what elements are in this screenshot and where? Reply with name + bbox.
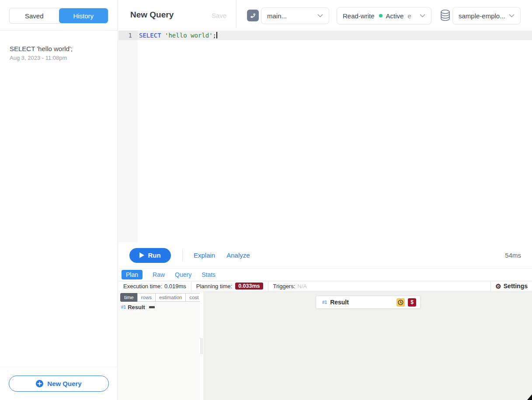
- chevron-down-icon: [420, 14, 425, 17]
- plan-tree-panel: time rows estimation cost #1 Result: [118, 291, 200, 400]
- execution-time-label: Execution time:: [123, 283, 162, 290]
- tab-stats[interactable]: Stats: [202, 270, 216, 279]
- database-select-dropdown[interactable]: sample-emplo...: [452, 7, 521, 24]
- plan-diagram-node-result[interactable]: #1 Result $: [316, 296, 421, 309]
- panel-resize-divider[interactable]: [200, 291, 203, 400]
- history-list-item[interactable]: SELECT 'hello world'; Aug 3, 2023 - 11:0…: [0, 41, 118, 65]
- dollar-icon: $: [408, 298, 416, 307]
- branch-select-dropdown[interactable]: main...: [261, 7, 329, 24]
- tab-query[interactable]: Query: [175, 270, 191, 279]
- run-bar: Run Explain Analyze 54ms: [118, 242, 532, 269]
- new-query-button-label: New Query: [47, 380, 81, 387]
- results-tabs: Plan Raw Query Stats: [118, 269, 532, 281]
- run-button-label: Run: [148, 252, 160, 259]
- sql-terminator: ;: [213, 32, 216, 39]
- explain-button[interactable]: Explain: [194, 252, 215, 259]
- query-title: New Query: [130, 10, 174, 20]
- code-line[interactable]: SELECT 'hello world';: [139, 31, 217, 40]
- query-tool-app: Saved History SELECT 'hello world'; Aug …: [0, 0, 532, 400]
- branch-select-value: main...: [267, 12, 315, 20]
- plus-circle-icon: [36, 380, 43, 387]
- triggers-label: Triggers:: [273, 283, 296, 290]
- history-query-text: SELECT 'hello world';: [10, 45, 108, 52]
- metric-tab-rows[interactable]: rows: [137, 293, 156, 302]
- tab-saved[interactable]: Saved: [10, 8, 59, 23]
- new-query-button[interactable]: New Query: [9, 376, 109, 392]
- sql-keyword: SELECT: [139, 32, 161, 39]
- tab-history[interactable]: History: [59, 8, 108, 23]
- plan-node-name: Result: [128, 304, 145, 310]
- chevron-down-icon: [317, 14, 323, 17]
- tab-raw[interactable]: Raw: [153, 270, 165, 279]
- plan-area: time rows estimation cost #1 Result #1: [118, 291, 532, 400]
- branch-icon-button[interactable]: [247, 10, 259, 21]
- drag-handle-icon: [201, 338, 202, 354]
- query-duration: 54ms: [505, 252, 521, 259]
- save-button[interactable]: Save: [212, 12, 226, 19]
- sidebar-header: Saved History: [0, 0, 118, 31]
- gear-icon: ⚙: [495, 283, 501, 290]
- saved-history-tabs: Saved History: [9, 8, 108, 24]
- header-divider: [236, 0, 236, 28]
- connection-mode-value: Read-write: [343, 12, 375, 20]
- sidebar-footer: New Query: [0, 367, 118, 400]
- sidebar: Saved History SELECT 'hello world'; Aug …: [0, 0, 118, 400]
- clock-icon: [396, 298, 405, 307]
- plan-node-name: Result: [330, 299, 349, 306]
- metric-tab-estimation[interactable]: estimation: [155, 293, 186, 302]
- database-icon: [440, 9, 451, 22]
- database-select-value: sample-emplo...: [459, 12, 506, 20]
- history-list: SELECT 'hello world'; Aug 3, 2023 - 11:0…: [0, 31, 118, 367]
- analyze-button[interactable]: Analyze: [226, 252, 250, 259]
- planning-time-stat: Planning time: 0.033ms: [191, 281, 268, 291]
- plan-tree-row-result[interactable]: #1 Result: [121, 304, 155, 310]
- plan-node-badges: $: [396, 298, 416, 307]
- play-icon: [139, 252, 144, 258]
- triggers-stat: Triggers: N/A: [268, 281, 312, 291]
- plan-diagram-canvas[interactable]: #1 Result $: [203, 291, 532, 400]
- settings-button-label: Settings: [504, 283, 528, 290]
- plan-duration-bar: [149, 306, 155, 308]
- connection-mode-dropdown[interactable]: Read-write Active e: [337, 7, 431, 24]
- plan-node-index: #1: [121, 305, 126, 310]
- execution-time-value: 0.019ms: [164, 283, 186, 290]
- active-status-dot-icon: [379, 14, 382, 17]
- text-caret: [216, 32, 217, 38]
- settings-button[interactable]: ⚙ Settings: [490, 281, 532, 291]
- metric-tab-time[interactable]: time: [120, 293, 138, 302]
- history-timestamp: Aug 3, 2023 - 11:08pm: [10, 55, 108, 61]
- connection-status-suffix: e: [407, 12, 411, 20]
- planning-time-label: Planning time:: [196, 283, 232, 290]
- sql-editor[interactable]: 1 SELECT 'hello world';: [118, 31, 532, 242]
- editor-header: New Query Save main...: [118, 0, 532, 31]
- metric-tab-cost[interactable]: cost: [185, 293, 200, 302]
- run-button[interactable]: Run: [129, 248, 171, 263]
- editor-gutter: [118, 31, 138, 242]
- planning-time-badge: 0.033ms: [235, 283, 263, 290]
- execution-time-stat: Execution time: 0.019ms: [118, 281, 191, 291]
- line-number: 1: [118, 31, 138, 40]
- branch-icon: [250, 12, 256, 19]
- mouse-cursor-artifact: [527, 394, 532, 400]
- plan-node-index: #1: [322, 300, 327, 305]
- plan-metric-tabs: time rows estimation cost: [120, 293, 200, 302]
- sql-string: 'hello world': [165, 32, 213, 39]
- tab-plan[interactable]: Plan: [122, 270, 143, 279]
- connection-status-value: Active: [386, 12, 404, 20]
- chevron-down-icon: [509, 14, 515, 17]
- main-panel: New Query Save main...: [118, 0, 532, 400]
- run-bar-divider: [182, 249, 183, 262]
- plan-stats-bar: Execution time: 0.019ms Planning time: 0…: [118, 281, 532, 291]
- triggers-value: N/A: [297, 283, 307, 290]
